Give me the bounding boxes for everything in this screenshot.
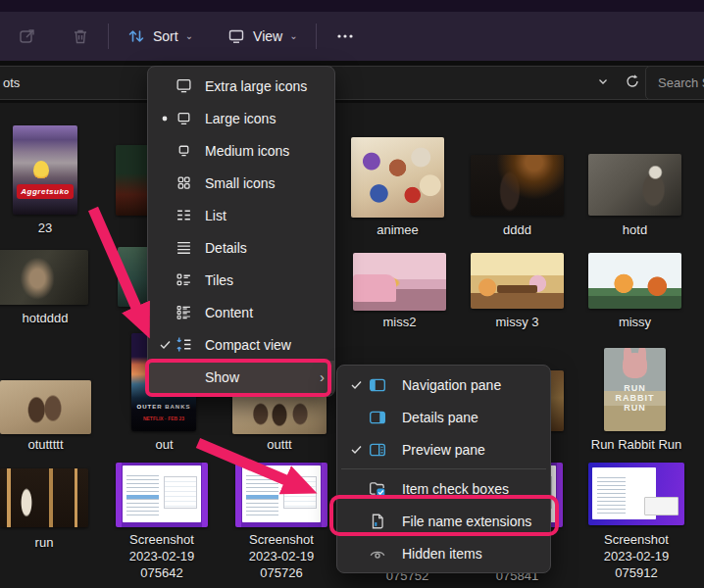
view-icon [226,26,246,46]
file-label: dddd [471,221,564,238]
annotation-box-file-name-extensions [329,495,559,536]
search-input[interactable] [656,74,704,91]
details-icon [176,239,201,256]
poster-subtitle-text: NETFLIX · FEB 23 [131,416,196,421]
menu-item-tiles[interactable]: Tiles [148,264,334,296]
address-chevron-down-icon[interactable] [597,75,609,90]
sort-label: Sort [153,28,178,44]
file-label: hotdddd [0,310,90,326]
preview-pane-icon [369,441,398,459]
file-thumbnail [351,137,444,218]
file-label: hotd [588,221,681,238]
command-toolbar: Sort ⌄ View ⌄ [0,12,704,61]
submenu-item-details-pane[interactable]: Details pane [337,401,550,433]
share-button[interactable] [8,21,47,52]
file-label: out [118,436,211,453]
menu-item-label: Small icons [201,175,276,191]
menu-item-label: List [201,208,226,223]
file-label: Run Rabbit Run [586,436,686,453]
content-icon [176,304,201,320]
submenu-item-label: Hidden items [398,546,482,562]
file-label: outtt [232,436,327,453]
large-icons-icon [176,110,201,126]
menu-item-label: Compact view [201,337,291,353]
sort-button[interactable]: Sort ⌄ [117,21,203,52]
file-thumbnail [0,468,88,527]
show-submenu: Navigation pane Details pane Preview pan… [336,365,551,573]
annotation-box-show [145,359,331,397]
refresh-icon[interactable] [625,74,640,92]
menu-item-small-icons[interactable]: Small icons [148,167,334,199]
window-title-strip [0,0,704,12]
more-options-button[interactable] [325,21,366,52]
poster-title-text: RUN RABBIT RUN [604,383,666,413]
file-label: missy 3 [471,314,564,330]
submenu-item-label: Navigation pane [398,377,501,393]
menu-item-label: Extra large icons [201,78,307,94]
share-icon [18,26,37,46]
file-thumbnail [471,155,564,216]
file-label: Screenshot 2023-02-19 075726 [235,531,327,581]
menu-item-medium-icons[interactable]: Medium icons [148,134,334,167]
file-thumbnail [471,253,564,309]
menu-item-label: Content [201,305,253,320]
file-thumbnail [588,253,681,309]
menu-item-extra-large-icons[interactable]: Extra large icons [148,70,334,102]
menu-item-large-icons[interactable]: Large icons [148,102,334,134]
file-explorer-window: Sort ⌄ View ⌄ ots [0,0,704,588]
check-icon [154,338,176,351]
chevron-down-icon: ⌄ [289,31,297,41]
file-label: animee [351,221,444,238]
file-thumbnail: RUN RABBIT RUN [604,348,666,431]
file-thumbnail: Aggretsuko [13,125,77,215]
menu-item-list[interactable]: List [148,199,334,231]
small-icons-icon [176,174,201,191]
menu-item-label: Large icons [201,111,276,126]
poster-title-text: Aggretsuko [17,184,74,199]
selected-bullet-icon [154,115,176,122]
file-thumbnail [0,380,91,434]
file-label: otuttttt [0,436,91,453]
menu-item-details[interactable]: Details [148,231,334,264]
hidden-items-icon [369,545,398,563]
view-button[interactable]: View ⌄ [217,21,307,52]
submenu-item-hidden-items[interactable]: Hidden items [337,537,550,569]
menu-item-label: Tiles [201,272,233,288]
extra-large-icons-icon [176,77,201,94]
sort-icon [126,26,146,46]
file-label: run [0,534,88,551]
menu-item-label: Details [201,240,247,256]
file-thumbnail [116,463,208,527]
poster-title-text: OUTER BANKS [131,404,196,410]
toolbar-separator [316,24,317,49]
menu-item-label: Medium icons [201,143,289,159]
submenu-item-navigation-pane[interactable]: Navigation pane [337,368,550,401]
navigation-pane-icon [369,376,398,394]
submenu-item-preview-pane[interactable]: Preview pane [337,433,550,466]
menu-item-compact-view[interactable]: Compact view [148,328,334,361]
submenu-divider [341,468,546,469]
chevron-down-icon: ⌄ [185,31,193,41]
delete-button[interactable] [61,21,100,52]
file-label: missy [588,314,681,330]
file-label: miss2 [353,314,446,330]
search-box[interactable] [645,66,704,100]
compact-view-icon [176,336,201,353]
details-pane-icon [369,409,398,426]
toolbar-separator [108,24,109,49]
list-icon [176,207,201,223]
file-thumbnail [588,463,684,525]
file-thumbnail [353,253,446,311]
file-thumbnail [588,154,681,216]
submenu-item-label: Details pane [398,410,478,425]
file-thumbnail [0,250,88,305]
trash-icon [71,26,90,46]
file-label: Screenshot 2023-02-19 075912 [586,531,686,581]
menu-item-content[interactable]: Content [148,296,334,328]
address-path-text: ots [0,75,20,90]
tiles-icon [176,271,201,288]
file-thumbnail [232,394,327,434]
medium-icons-icon [176,142,201,159]
check-icon [343,378,369,391]
check-icon [343,443,369,456]
